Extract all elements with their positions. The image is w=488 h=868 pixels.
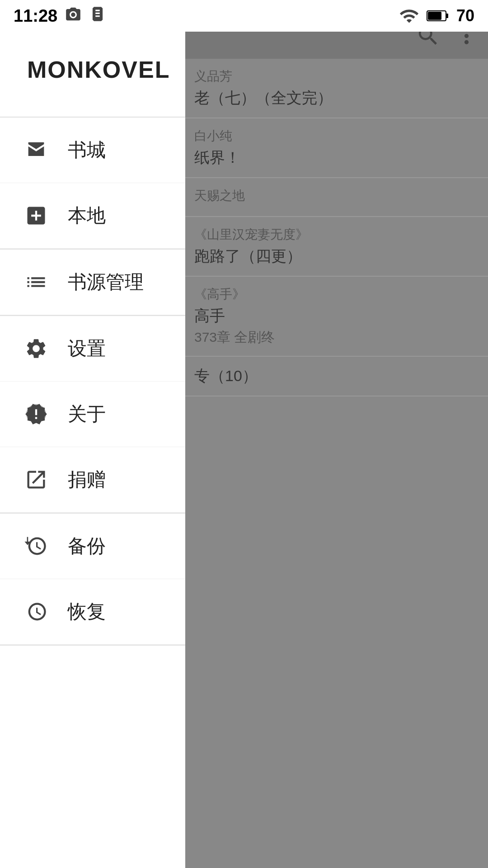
about-label: 关于 bbox=[68, 401, 106, 427]
restore-label: 恢复 bbox=[68, 599, 106, 624]
right-content-list: 义品芳 老（七）（全文完） 白小纯 纸界！ 天赐之地 《山里汉宠妻无度》 跑路了… bbox=[181, 59, 488, 396]
local-label: 本地 bbox=[68, 203, 106, 228]
item-sub: 天赐之地 bbox=[194, 187, 474, 204]
sidebar-item-source-manage[interactable]: 书源管理 bbox=[0, 250, 185, 315]
item-desc: 373章 全剧终 bbox=[194, 328, 474, 347]
backup-icon bbox=[23, 533, 50, 560]
item-sub: 白小纯 bbox=[194, 127, 474, 145]
bookstore-label: 书城 bbox=[68, 137, 106, 163]
item-sub: 义品芳 bbox=[194, 68, 474, 85]
sidebar-item-about[interactable]: 关于 bbox=[0, 382, 185, 447]
sidebar-item-backup[interactable]: 备份 bbox=[0, 514, 185, 579]
app-name: MONKOVEL bbox=[27, 56, 170, 83]
source-manage-label: 书源管理 bbox=[68, 269, 144, 295]
list-item: 《山里汉宠妻无度》 跑路了（四更） bbox=[181, 217, 488, 277]
svg-rect-1 bbox=[446, 14, 448, 18]
screenshot-icon bbox=[65, 5, 82, 26]
umbrella-icon bbox=[23, 401, 50, 428]
sidebar-item-restore[interactable]: 恢复 bbox=[0, 579, 185, 645]
drawer-section-source: 书源管理 bbox=[0, 250, 185, 316]
list-item: 白小纯 纸界！ bbox=[181, 118, 488, 178]
item-title: 高手 bbox=[194, 306, 474, 326]
sidebar-item-local[interactable]: 本地 bbox=[0, 183, 185, 249]
list-item: 专（10） bbox=[181, 357, 488, 396]
external-link-icon bbox=[23, 466, 50, 493]
list-item: 天赐之地 bbox=[181, 178, 488, 217]
status-time: 11:28 bbox=[14, 6, 57, 26]
donate-label: 捐赠 bbox=[68, 467, 106, 492]
svg-rect-2 bbox=[428, 12, 441, 20]
sim-icon bbox=[89, 5, 106, 26]
item-sub: 《高手》 bbox=[194, 286, 474, 303]
status-right: 70 bbox=[399, 6, 474, 26]
status-bar: 11:28 70 bbox=[0, 0, 488, 32]
settings-label: 设置 bbox=[68, 336, 106, 361]
sidebar-item-donate[interactable]: 捐赠 bbox=[0, 447, 185, 513]
item-title: 跑路了（四更） bbox=[194, 246, 474, 267]
sidebar-item-settings[interactable]: 设置 bbox=[0, 316, 185, 382]
item-title: 专（10） bbox=[194, 366, 474, 387]
battery-level: 70 bbox=[456, 6, 474, 25]
gear-icon bbox=[23, 335, 50, 362]
main-content-panel: 义品芳 老（七）（全文完） 白小纯 纸界！ 天赐之地 《山里汉宠妻无度》 跑路了… bbox=[181, 0, 488, 868]
item-sub: 《山里汉宠妻无度》 bbox=[194, 226, 474, 243]
navigation-drawer: MONKOVEL 书城 本地 书源管理 bbox=[0, 0, 185, 868]
plus-icon bbox=[23, 202, 50, 229]
list-item: 《高手》 高手 373章 全剧终 bbox=[181, 277, 488, 357]
list-item: 义品芳 老（七）（全文完） bbox=[181, 59, 488, 118]
backup-label: 备份 bbox=[68, 533, 106, 559]
drawer-section-settings: 设置 关于 捐赠 bbox=[0, 316, 185, 514]
item-title: 纸界！ bbox=[194, 147, 474, 168]
restore-icon bbox=[23, 598, 50, 625]
drawer-section-main: 书城 本地 bbox=[0, 118, 185, 250]
battery-icon bbox=[427, 7, 449, 24]
drawer-section-backup: 备份 恢复 bbox=[0, 514, 185, 646]
store-icon bbox=[23, 137, 50, 164]
item-title: 老（七）（全文完） bbox=[194, 88, 474, 108]
sidebar-item-bookstore[interactable]: 书城 bbox=[0, 118, 185, 183]
wifi-icon bbox=[399, 6, 419, 26]
list-icon bbox=[23, 269, 50, 296]
